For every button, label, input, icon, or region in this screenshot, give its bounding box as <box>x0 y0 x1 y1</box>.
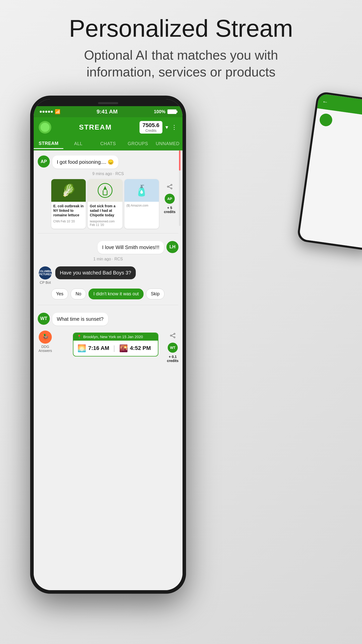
phone-notch <box>34 99 183 106</box>
card-ecoli[interactable]: 🥬 E. coli outbreak in NY linked to romai… <box>51 179 86 229</box>
avatar-wt-small: WT <box>168 343 178 353</box>
card-pedialyte-source: ($) Amazon.com <box>124 202 159 209</box>
cp-bot-avatar: COLUMBIAPICTURES <box>39 266 52 279</box>
tab-stream[interactable]: STREAM <box>34 139 63 149</box>
sunset-time: 🌇 4:52 PM <box>119 344 151 352</box>
svg-point-5 <box>167 186 168 187</box>
credits-number: 7505.6 <box>143 122 159 129</box>
card-ecoli-title: E. coli outbreak in NY linked to romaine… <box>51 202 86 220</box>
timestamp-lh: 1 min ago · RCS <box>34 256 183 263</box>
card-ecoli-image: 🥬 <box>51 179 86 202</box>
svg-point-0 <box>98 183 112 197</box>
ddg-avatar: 🦆 <box>39 331 52 344</box>
header-title: STREAM <box>54 123 137 131</box>
right-phone-circle <box>319 113 333 127</box>
avatar-ap: AP <box>38 155 50 168</box>
response-no[interactable]: No <box>71 289 86 299</box>
battery-icon <box>167 109 176 114</box>
time-separator: | <box>113 344 115 352</box>
tab-chats[interactable]: CHATS <box>93 139 123 148</box>
status-bar: 📶 9:41 AM 100% <box>34 106 183 117</box>
sunset-card[interactable]: 📍 Brooklyn, New York on 15 Jan 2020 🌅 7:… <box>73 333 158 356</box>
content-area: AP I got food poisoning.... 😞 9 mins ago… <box>34 150 183 590</box>
tab-groups[interactable]: GROUPS <box>123 139 153 148</box>
sunset-location: 📍 Brooklyn, New York on 15 Jan 2020 <box>73 333 158 341</box>
sunrise-time: 🌅 7:16 AM <box>77 344 109 352</box>
status-time: 9:41 AM <box>97 108 118 115</box>
message-row-wt: WT What time is sunset? <box>34 308 183 328</box>
avatar[interactable] <box>39 121 51 134</box>
svg-line-12 <box>171 334 174 335</box>
card-chipotle[interactable]: Got sick from a salad I had at Chipotle … <box>88 179 122 229</box>
signal-strength <box>40 111 53 113</box>
message-row-ap: AP I got food poisoning.... 😞 <box>34 150 183 171</box>
share-button[interactable] <box>165 182 175 192</box>
svg-line-7 <box>168 185 171 186</box>
avatar-wt: WT <box>38 313 50 325</box>
tab-all[interactable]: ALL <box>63 139 93 148</box>
credits-label: Credits <box>143 129 159 133</box>
status-left: 📶 <box>40 109 60 114</box>
card-chipotle-title: Got sick from a salad I had at Chipotle … <box>88 202 122 220</box>
page-title-area: Personalized Stream Optional AI that mat… <box>0 15 362 81</box>
dropdown-icon[interactable]: ▾ <box>165 124 168 131</box>
ddg-label: DDGAnswers <box>38 345 53 353</box>
response-buttons: Yes No I didn't know it was out Skip <box>34 287 183 302</box>
message-bubble-lh: I love Will Smith movies!!! <box>98 241 164 254</box>
svg-point-11 <box>174 337 175 338</box>
credits-badge-ap: + 5credits <box>164 206 175 214</box>
timestamp-ap: 9 mins ago · RCS <box>34 171 183 178</box>
message-row-lh: LH I love Will Smith movies!!! <box>34 236 183 256</box>
tab-unnamed[interactable]: UNNAMED <box>153 139 183 148</box>
battery-percentage: 100% <box>154 109 165 114</box>
divider-2 <box>38 305 178 305</box>
sunset-share-button[interactable] <box>168 331 178 341</box>
status-right: 100% <box>154 109 176 114</box>
divider-1 <box>38 233 178 233</box>
scrollbar[interactable] <box>179 150 180 226</box>
bot-row-cp: COLUMBIAPICTURES CP Bot Have you watched… <box>34 263 183 287</box>
message-bubble-ap: I got food poisoning.... 😞 <box>52 155 118 169</box>
more-options-icon[interactable]: ⋮ <box>171 124 177 131</box>
cards-row: 🥬 E. coli outbreak in NY linked to romai… <box>34 178 183 231</box>
svg-line-8 <box>168 187 171 188</box>
phone-speaker <box>98 102 118 104</box>
credits-box[interactable]: 7505.6 Credits <box>140 121 162 134</box>
back-icon[interactable]: ← <box>322 98 329 106</box>
message-bubble-wt: What time is sunset? <box>52 313 108 326</box>
header-bar: STREAM 7505.6 Credits ▾ ⋮ <box>34 117 183 137</box>
card-chipotle-image <box>88 179 122 202</box>
card-pedialyte-image: 🧴 <box>124 179 159 202</box>
wifi-icon: 📶 <box>55 109 60 114</box>
scrollbar-thumb[interactable] <box>179 150 180 171</box>
svg-line-13 <box>171 336 174 337</box>
svg-point-9 <box>174 333 175 334</box>
page-title: Personalized Stream <box>0 15 362 42</box>
ddg-row: 🦆 DDGAnswers 📍 Brooklyn, New York on 15 … <box>34 328 183 365</box>
bot-message-bubble: Have you watched Bad Boys 3? <box>55 266 136 279</box>
svg-point-4 <box>171 184 172 186</box>
response-yes[interactable]: Yes <box>51 289 68 299</box>
share-area: AP + 5credits <box>161 179 178 229</box>
response-skip[interactable]: Skip <box>146 289 164 299</box>
svg-point-6 <box>171 188 172 189</box>
cp-bot-label: CP Bot <box>38 280 53 285</box>
avatar-lh: LH <box>166 241 178 253</box>
card-pedialyte[interactable]: 🧴 ($) Amazon.com <box>124 179 159 229</box>
avatar-ap-small: AP <box>165 194 175 204</box>
nav-tabs: STREAM ALL CHATS GROUPS UNNAMED <box>34 137 183 150</box>
card-ecoli-source: CNN Feb 10 '20 <box>51 220 86 225</box>
credits-badge-wt: + 0.1credits <box>167 355 178 363</box>
page-subtitle: Optional AI that matches you withinforma… <box>0 47 362 81</box>
card-chipotle-source: iwaspoisoned.com Feb 11 '20 <box>88 220 122 229</box>
svg-point-10 <box>170 335 172 336</box>
main-phone: 📶 9:41 AM 100% STREAM 7505.6 Credits ▾ ⋮ <box>30 96 186 594</box>
response-didnt-know[interactable]: I didn't know it was out <box>88 289 144 299</box>
sunset-times: 🌅 7:16 AM | 🌇 4:52 PM <box>73 341 158 356</box>
